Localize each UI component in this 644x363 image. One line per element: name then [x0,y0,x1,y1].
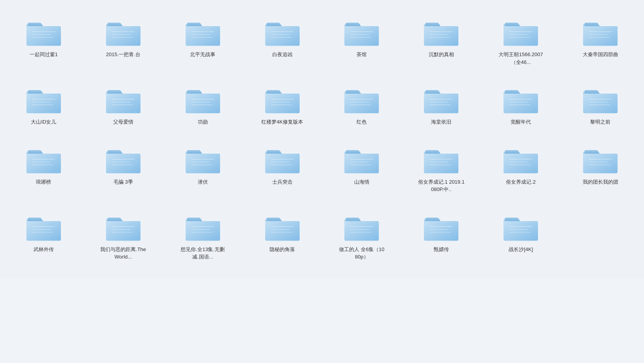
folder-label: 战长沙[4K] [509,246,533,253]
folder-item-20[interactable]: 士兵突击 [243,135,322,203]
svg-rect-16 [344,26,379,46]
folder-icon [503,143,538,174]
folder-item-9[interactable]: 大山ID女儿 [4,75,83,135]
folder-label: 大明王朝1566.2007（全46... [497,51,544,66]
folder-item-6[interactable]: 沉默的真相 [401,8,481,75]
folder-item-12[interactable]: 红楼梦4K修复版本 [243,75,322,135]
folder-label: 一起同过窗1 [30,51,58,58]
folder-label: 父母爱情 [113,118,133,126]
folder-icon [26,16,61,47]
folder-icon [26,83,61,114]
folder-icon [106,16,141,47]
folder-icon [26,211,61,242]
folder-icon [503,16,538,47]
svg-rect-4 [106,26,140,46]
folder-item-27[interactable]: 想见你.全13集.无删减.国语... [163,203,243,270]
folder-icon [265,16,300,47]
folder-label: 功勋 [198,118,208,126]
folder-icon [424,83,459,114]
folder-label: 毛骗 3季 [114,178,133,186]
folder-label: 做工的人 全6集（1080p） [338,246,385,261]
folder-item-11[interactable]: 功勋 [163,75,243,135]
folder-icon [344,83,379,114]
folder-item-13[interactable]: 红色 [322,75,402,135]
folder-label: 俗女养成记.1 2019.1080P.中.. [418,178,465,193]
folder-grid: 一起同过窗1 [0,0,644,278]
folder-item-28[interactable]: 隐秘的角落 [243,203,322,270]
folder-icon [26,143,61,174]
svg-rect-68 [106,153,140,173]
folder-label: 红色 [357,118,367,126]
svg-rect-108 [265,221,299,240]
folder-item-29[interactable]: 做工的人 全6集（1080p） [322,203,402,270]
folder-label: 士兵突击 [272,178,293,186]
folder-icon [503,211,538,242]
folder-icon [265,211,300,242]
folder-item-26[interactable]: 我们与恶的距离.The World... [83,203,163,270]
folder-item-25[interactable]: 武林外传 [4,203,83,270]
folder-label: 海棠依旧 [431,118,451,126]
folder-icon [265,83,300,114]
svg-rect-104 [186,221,220,240]
folder-item-7[interactable]: 大明王朝1566.2007（全46... [481,8,561,75]
folder-icon [583,143,618,174]
svg-rect-96 [27,221,61,240]
folder-item-22[interactable]: 俗女养成记.1 2019.1080P.中.. [401,135,481,203]
svg-rect-116 [424,221,458,240]
folder-item-18[interactable]: 毛骗 3季 [83,135,163,203]
svg-rect-112 [344,221,379,240]
svg-rect-48 [344,94,379,113]
folder-item-21[interactable]: 山海情 [322,135,402,203]
folder-item-5[interactable]: 茶馆 [322,8,402,75]
folder-label: 俗女养成记.2 [506,178,536,186]
folder-item-23[interactable]: 俗女养成记.2 [481,135,561,203]
svg-rect-60 [583,94,617,113]
folder-label: 大山ID女儿 [31,118,56,126]
folder-item-19[interactable]: 潜伏 [163,135,243,203]
folder-icon [106,143,141,174]
folder-item-2[interactable]: 2015.一把青.台 [83,8,163,75]
folder-item-16[interactable]: 黎明之前 [561,75,640,135]
folder-label: 甄嬛传 [434,246,449,253]
folder-item-1[interactable]: 一起同过窗1 [4,8,83,75]
folder-icon [185,143,220,174]
svg-rect-0 [27,26,61,46]
svg-rect-40 [186,94,220,113]
folder-item-4[interactable]: 白夜追凶 [243,8,322,75]
folder-label: 琅琊榜 [36,178,51,186]
folder-icon [344,16,379,47]
folder-icon [106,211,141,242]
folder-icon [185,211,220,242]
folder-item-30[interactable]: 甄嬛传 [401,203,481,270]
folder-label: 北平无战事 [190,51,215,58]
folder-item-15[interactable]: 觉醒年代 [481,75,561,135]
folder-item-17[interactable]: 琅琊榜 [4,135,83,203]
folder-icon [185,83,220,114]
svg-rect-56 [504,94,538,113]
svg-rect-84 [424,153,458,173]
svg-rect-80 [344,153,379,173]
folder-item-14[interactable]: 海棠依旧 [401,75,481,135]
folder-item-24[interactable]: 我的团长我的团 [561,135,640,203]
folder-icon [424,211,459,242]
svg-rect-92 [583,153,617,173]
folder-item-3[interactable]: 北平无战事 [163,8,243,75]
folder-label: 想见你.全13集.无删减.国语... [179,246,226,261]
svg-rect-20 [424,26,458,46]
folder-label: 武林外传 [34,246,54,253]
folder-label: 潜伏 [198,178,208,186]
folder-label: 大秦帝国四部曲 [583,51,618,58]
folder-icon [265,143,300,174]
folder-label: 红楼梦4K修复版本 [261,118,303,126]
folder-item-8[interactable]: 大秦帝国四部曲 [561,8,640,75]
svg-rect-44 [265,94,299,113]
folder-item-31[interactable]: 战长沙[4K] [481,203,561,270]
folder-label: 觉醒年代 [511,118,531,126]
folder-label: 我们与恶的距离.The World... [100,246,147,261]
folder-item-10[interactable]: 父母爱情 [83,75,163,135]
folder-icon [583,16,618,47]
folder-label: 我的团长我的团 [583,178,618,186]
svg-rect-72 [186,153,220,173]
folder-label: 隐秘的角落 [270,246,295,253]
folder-label: 山海情 [354,178,369,186]
